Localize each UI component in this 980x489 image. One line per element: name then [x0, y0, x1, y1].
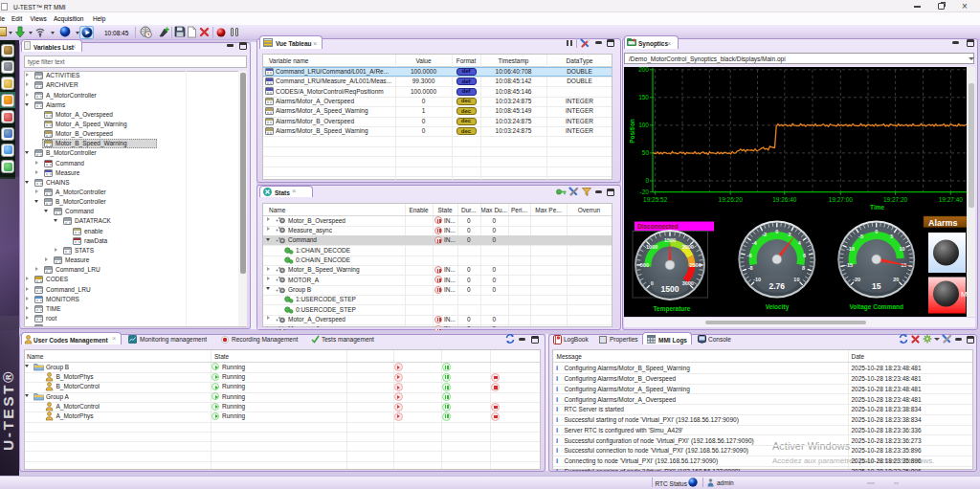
svg-text:Position: Position: [629, 119, 635, 144]
svg-text:15: 15: [872, 281, 881, 291]
svg-text:200: 200: [638, 67, 649, 73]
svg-text:-8: -8: [748, 265, 753, 271]
svg-text:2000: 2000: [682, 244, 694, 250]
svg-text:Alarms: Alarms: [928, 218, 958, 228]
svg-text:-20: -20: [640, 189, 650, 195]
svg-text:1500: 1500: [661, 284, 679, 294]
svg-text:1000: 1000: [646, 244, 657, 250]
svg-text:-5: -5: [858, 233, 863, 239]
svg-text:150: 150: [638, 94, 649, 100]
svg-text:2500: 2500: [689, 262, 701, 268]
svg-text:0: 0: [875, 229, 878, 234]
svg-text:100: 100: [638, 122, 649, 128]
svg-text:5: 5: [890, 233, 893, 239]
svg-text:19:27:20: 19:27:20: [883, 196, 908, 203]
svg-text:-20: -20: [853, 277, 860, 282]
svg-text:Disconnected: Disconnected: [637, 223, 679, 230]
svg-text:-15: -15: [845, 262, 853, 268]
svg-text:6: 6: [803, 253, 806, 258]
svg-text:0: 0: [651, 280, 654, 286]
svg-text:19:26:40: 19:26:40: [772, 196, 797, 203]
svg-text:Velocity: Velocity: [766, 303, 790, 311]
svg-text:2.76: 2.76: [769, 281, 786, 291]
svg-text:-10: -10: [847, 246, 855, 252]
svg-text:0: 0: [775, 229, 778, 234]
svg-text:19:27:00: 19:27:00: [829, 196, 854, 203]
svg-text:0: 0: [645, 177, 649, 184]
svg-text:10: 10: [900, 246, 905, 252]
svg-text:-6: -6: [747, 253, 752, 258]
svg-text:3000: 3000: [682, 280, 694, 286]
svg-text:8: 8: [802, 265, 805, 271]
svg-text:Voltage Command: Voltage Command: [849, 303, 903, 311]
svg-text:19:26:20: 19:26:20: [719, 196, 744, 203]
svg-text:20: 20: [893, 277, 899, 282]
svg-text:10: 10: [793, 277, 799, 282]
svg-text:50: 50: [642, 149, 650, 156]
svg-text:19:25:52: 19:25:52: [643, 196, 668, 203]
svg-text:2: 2: [788, 232, 791, 237]
svg-text:Temperature: Temperature: [654, 305, 691, 313]
svg-text:19:27:40: 19:27:40: [939, 196, 964, 203]
svg-text:Time: Time: [870, 204, 884, 211]
svg-text:-10: -10: [753, 277, 761, 282]
svg-text:500: 500: [640, 262, 649, 268]
svg-text:-2: -2: [762, 232, 767, 237]
